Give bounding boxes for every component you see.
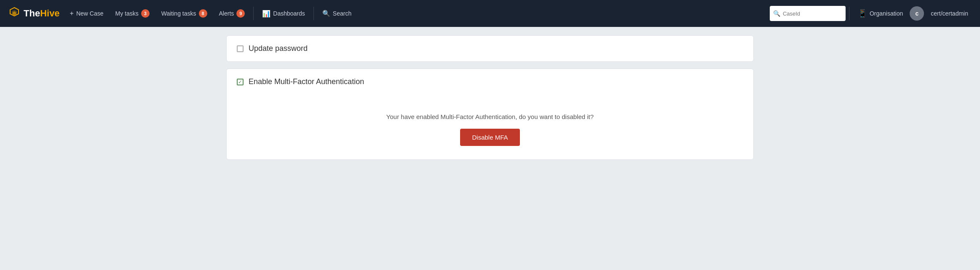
alerts-label: Alerts — [219, 10, 234, 17]
nav-divider-1 — [253, 7, 254, 20]
update-password-header: Update password — [227, 36, 753, 61]
brand-hive: Hive — [40, 8, 59, 19]
bar-chart-icon: 📊 — [262, 10, 270, 18]
new-case-label: New Case — [76, 10, 104, 17]
mfa-message: Your have enabled Multi-Factor Authentic… — [237, 113, 743, 120]
main-content: Update password ✓ Enable Multi-Factor Au… — [216, 27, 764, 168]
nav-divider-2 — [313, 7, 314, 20]
nav-divider-3 — [849, 7, 849, 20]
my-tasks-badge: 3 — [141, 9, 150, 18]
mfa-header: ✓ Enable Multi-Factor Authentication — [227, 69, 753, 95]
waiting-tasks-label: Waiting tasks — [161, 10, 196, 17]
mfa-title: Enable Multi-Factor Authentication — [249, 77, 364, 86]
mfa-card-body: Your have enabled Multi-Factor Authentic… — [227, 95, 753, 159]
alerts-button[interactable]: Alerts 9 — [214, 6, 250, 21]
user-menu-button[interactable]: cert/certadmin — [926, 7, 973, 20]
update-password-checkbox[interactable] — [237, 45, 244, 52]
user-avatar[interactable]: c — [910, 6, 924, 21]
caseid-search-icon: 🔍 — [773, 10, 780, 17]
mfa-card: ✓ Enable Multi-Factor Authentication You… — [226, 69, 754, 160]
hive-logo-icon — [7, 6, 22, 21]
disable-mfa-button[interactable]: Disable MFA — [460, 129, 519, 146]
user-initials: c — [915, 10, 918, 17]
search-nav-label: Search — [333, 10, 351, 17]
waiting-tasks-button[interactable]: Waiting tasks 8 — [156, 6, 212, 21]
my-tasks-button[interactable]: My tasks 3 — [110, 6, 155, 21]
organisation-icon: 📱 — [858, 9, 867, 18]
search-nav-button[interactable]: 🔍 Search — [317, 6, 356, 21]
caseid-input[interactable] — [783, 11, 842, 17]
mfa-checkbox[interactable]: ✓ — [237, 79, 244, 85]
plus-icon: + — [70, 10, 74, 17]
dashboards-label: Dashboards — [273, 10, 305, 17]
new-case-button[interactable]: + New Case — [65, 6, 109, 21]
navbar: TheHive + New Case My tasks 3 Waiting ta… — [0, 0, 980, 27]
caseid-search-box: 🔍 — [770, 6, 846, 21]
update-password-card: Update password — [226, 35, 754, 62]
alerts-badge: 9 — [236, 9, 245, 18]
waiting-tasks-badge: 8 — [199, 9, 207, 18]
organisation-button[interactable]: 📱 Organisation — [853, 5, 908, 21]
search-nav-icon: 🔍 — [322, 10, 330, 17]
user-name-label: cert/certadmin — [931, 10, 968, 17]
brand-logo[interactable]: TheHive — [7, 6, 60, 21]
brand-the: The — [24, 8, 40, 19]
my-tasks-label: My tasks — [115, 10, 139, 17]
update-password-title: Update password — [249, 44, 308, 53]
dashboards-button[interactable]: 📊 Dashboards — [257, 6, 310, 21]
organisation-label: Organisation — [870, 10, 903, 17]
